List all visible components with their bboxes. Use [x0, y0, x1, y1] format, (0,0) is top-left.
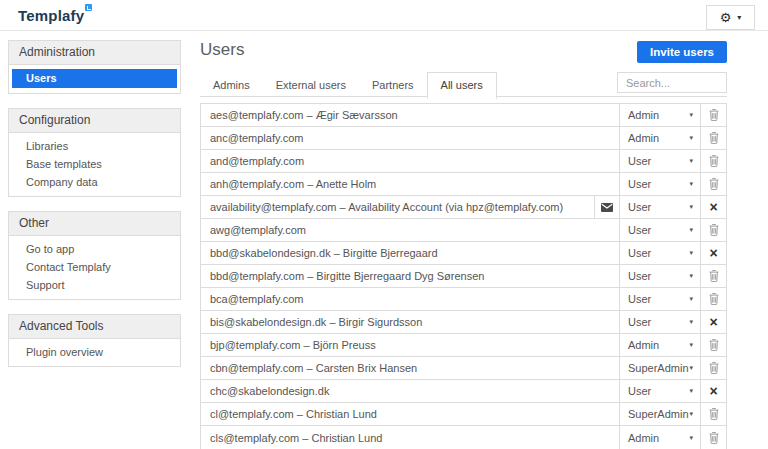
invite-users-button[interactable]: Invite users — [637, 41, 727, 63]
impersonate-cell — [594, 196, 619, 218]
users-table: aes@templafy.com – Ægir SævarssonAdmin▾a… — [200, 103, 727, 449]
role-value: Admin — [628, 432, 659, 444]
chevron-down-icon: ▾ — [689, 387, 693, 395]
role-value: Admin — [628, 132, 659, 144]
role-select[interactable]: User▾ — [619, 173, 700, 195]
delete-user-icon[interactable] — [709, 408, 719, 420]
remove-user-icon[interactable]: × — [709, 246, 717, 260]
role-value: SuperAdmin — [628, 408, 689, 420]
sidebar-item-plugin-overview[interactable]: Plugin overview — [9, 343, 180, 361]
remove-user-cell: × — [700, 242, 726, 264]
role-select[interactable]: Admin▾ — [619, 334, 700, 356]
role-select[interactable]: User▾ — [619, 265, 700, 287]
sidebar-item-libraries[interactable]: Libraries — [9, 137, 180, 155]
role-value: Admin — [628, 109, 659, 121]
delete-user-icon[interactable] — [709, 339, 719, 351]
delete-user-cell — [700, 403, 726, 425]
chevron-down-icon: ▾ — [737, 14, 741, 22]
delete-user-cell — [700, 104, 726, 126]
search-input[interactable] — [617, 72, 727, 93]
sidebar-section-administration: AdministrationUsers — [8, 40, 181, 94]
remove-user-icon[interactable]: × — [709, 384, 717, 398]
delete-user-icon[interactable] — [709, 178, 719, 190]
user-email-cell: aes@templafy.com – Ægir Sævarsson — [201, 104, 619, 126]
delete-user-icon[interactable] — [709, 155, 719, 167]
sidebar-item-go-to-app[interactable]: Go to app — [9, 240, 180, 258]
sidebar-section-title: Other — [9, 212, 180, 236]
chevron-down-icon: ▾ — [689, 295, 693, 303]
user-email-cell: bjp@templafy.com – Björn Preuss — [201, 334, 619, 356]
remove-user-icon[interactable]: × — [709, 200, 717, 214]
user-email-cell: cls@templafy.com – Christian Lund — [201, 426, 619, 449]
sidebar-item-support[interactable]: Support — [9, 276, 180, 294]
role-select[interactable]: Admin▾ — [619, 127, 700, 149]
role-value: SuperAdmin — [628, 362, 689, 374]
delete-user-icon[interactable] — [709, 362, 719, 374]
delete-user-cell — [700, 357, 726, 379]
delete-user-icon[interactable] — [709, 293, 719, 305]
role-value: User — [628, 247, 651, 259]
delete-user-icon[interactable] — [709, 270, 719, 282]
user-email-cell: chc@skabelondesign.dk — [201, 380, 619, 402]
user-email-cell: anh@templafy.com – Anette Holm — [201, 173, 619, 195]
role-value: Admin — [628, 339, 659, 351]
table-row: bbd@templafy.com – Birgitte Bjerregaard … — [201, 265, 726, 288]
table-row: aes@templafy.com – Ægir SævarssonAdmin▾ — [201, 104, 726, 127]
table-row: awg@templafy.comUser▾ — [201, 219, 726, 242]
table-row: cbn@templafy.com – Carsten Brix HansenSu… — [201, 357, 726, 380]
sidebar-item-users[interactable]: Users — [12, 69, 177, 88]
tab-partners[interactable]: Partners — [359, 73, 427, 98]
role-select[interactable]: User▾ — [619, 311, 700, 333]
chevron-down-icon: ▾ — [689, 318, 693, 326]
role-value: User — [628, 316, 651, 328]
role-select[interactable]: User▾ — [619, 150, 700, 172]
tab-admins[interactable]: Admins — [200, 73, 263, 98]
sidebar-section-configuration: ConfigurationLibrariesBase templatesComp… — [8, 108, 181, 197]
sidebar-section-items: LibrariesBase templatesCompany data — [9, 133, 180, 196]
delete-user-cell — [700, 219, 726, 241]
main-content: Users Invite users AdminsExternal usersP… — [200, 31, 727, 449]
role-select[interactable]: SuperAdmin▾ — [619, 403, 700, 425]
chevron-down-icon: ▾ — [689, 410, 693, 418]
delete-user-icon[interactable] — [709, 132, 719, 144]
role-select[interactable]: User▾ — [619, 196, 700, 218]
role-value: User — [628, 270, 651, 282]
role-select[interactable]: SuperAdmin▾ — [619, 357, 700, 379]
role-select[interactable]: User▾ — [619, 380, 700, 402]
delete-user-icon[interactable] — [709, 432, 719, 444]
sidebar-item-contact-templafy[interactable]: Contact Templafy — [9, 258, 180, 276]
table-row: and@templafy.comUser▾ — [201, 150, 726, 173]
role-value: User — [628, 224, 651, 236]
tab-external-users[interactable]: External users — [263, 73, 359, 98]
chevron-down-icon: ▾ — [689, 341, 693, 349]
delete-user-cell — [700, 265, 726, 287]
role-select[interactable]: User▾ — [619, 288, 700, 310]
role-value: User — [628, 201, 651, 213]
user-email-cell: awg@templafy.com — [201, 219, 619, 241]
tab-all-users[interactable]: All users — [427, 72, 497, 99]
settings-menu-button[interactable]: ⚙ ▾ — [706, 5, 755, 30]
sidebar-section-title: Administration — [9, 41, 180, 65]
chevron-down-icon: ▾ — [689, 272, 693, 280]
role-select[interactable]: Admin▾ — [619, 426, 700, 449]
delete-user-cell — [700, 288, 726, 310]
envelope-icon[interactable] — [601, 203, 613, 212]
delete-user-cell — [700, 173, 726, 195]
delete-user-cell — [700, 150, 726, 172]
role-value: User — [628, 293, 651, 305]
role-select[interactable]: Admin▾ — [619, 104, 700, 126]
chevron-down-icon: ▾ — [689, 434, 693, 442]
role-value: User — [628, 155, 651, 167]
remove-user-cell: × — [700, 196, 726, 218]
sidebar-item-company-data[interactable]: Company data — [9, 173, 180, 191]
table-row: cl@templafy.com – Christian LundSuperAdm… — [201, 403, 726, 426]
role-select[interactable]: User▾ — [619, 242, 700, 264]
role-select[interactable]: User▾ — [619, 219, 700, 241]
sidebar-item-base-templates[interactable]: Base templates — [9, 155, 180, 173]
delete-user-icon[interactable] — [709, 109, 719, 121]
remove-user-cell: × — [700, 311, 726, 333]
remove-user-icon[interactable]: × — [709, 315, 717, 329]
user-email-cell: cl@templafy.com – Christian Lund — [201, 403, 619, 425]
gear-icon: ⚙ — [720, 11, 732, 24]
delete-user-icon[interactable] — [709, 224, 719, 236]
